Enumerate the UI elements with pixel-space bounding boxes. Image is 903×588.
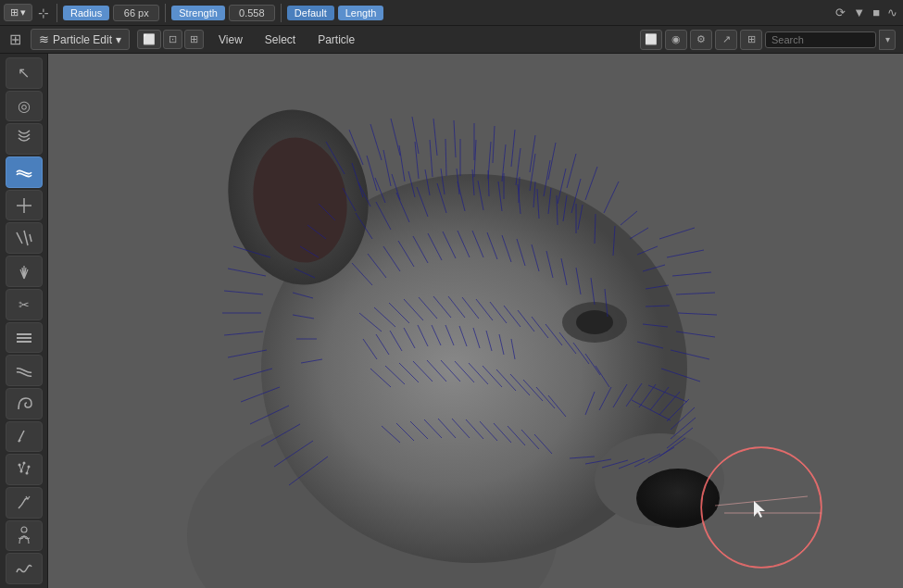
tool-add[interactable] — [6, 190, 43, 221]
grab-icon[interactable]: ⊹ — [36, 5, 51, 21]
header-bar: ⊞ ≋ Particle Edit ▾ ⬜ ⊡ ⊞ View Select Pa… — [0, 26, 903, 54]
square-icon[interactable]: ■ — [871, 5, 882, 20]
particle-menu[interactable]: Particle — [310, 31, 362, 49]
mode-icon-btn[interactable]: ⊞ ▾ — [4, 4, 32, 21]
search-input[interactable] — [765, 31, 876, 48]
default-pill[interactable]: Default — [287, 6, 334, 20]
svg-point-10 — [21, 527, 27, 532]
mode-icon-arrow: ▾ — [20, 6, 26, 19]
tool-curl[interactable] — [6, 388, 43, 419]
transform-icon-1[interactable]: ⬜ — [137, 30, 161, 49]
sep1 — [56, 4, 57, 22]
transform-icon-3[interactable]: ⊞ — [184, 30, 204, 49]
tool-puff[interactable] — [6, 256, 43, 287]
header-right: ⬜ ◉ ⚙ ↗ ⊞ ▾ — [640, 30, 896, 50]
left-sidebar: ↖ ◎ ✂ — [0, 54, 48, 588]
length-pill[interactable]: Length — [338, 6, 384, 20]
view-menu[interactable]: View — [211, 31, 250, 49]
svg-rect-4 — [17, 341, 31, 343]
tool-select[interactable]: ↖ — [6, 57, 43, 89]
tool-smooth[interactable] — [6, 156, 43, 188]
sep2 — [165, 4, 166, 22]
particle-edit-label: Particle Edit — [53, 33, 112, 46]
tool-straighten[interactable] — [6, 355, 43, 386]
tool-person[interactable] — [6, 520, 43, 552]
viewport-shading-icon1[interactable]: ⬜ — [640, 30, 662, 50]
strength-label: Strength — [179, 7, 218, 19]
strength-value[interactable]: 0.558 — [229, 5, 275, 21]
select-menu[interactable]: Select — [257, 31, 303, 49]
tool-draw[interactable] — [6, 421, 43, 453]
sep3 — [281, 4, 282, 22]
wave-icon[interactable]: ∿ — [885, 5, 899, 20]
particle-edit-icon: ≋ — [39, 32, 49, 46]
search-dropdown[interactable]: ▾ — [879, 30, 896, 50]
tool-scatter[interactable] — [6, 454, 43, 485]
transform-icons: ⬜ ⊡ ⊞ — [137, 30, 204, 49]
svg-point-19 — [636, 469, 720, 528]
refresh-icon[interactable]: ⟳ — [834, 5, 847, 20]
particle-edit-mode-btn[interactable]: ≋ Particle Edit ▾ — [31, 29, 130, 50]
editor-type-icon[interactable]: ⊞ — [7, 31, 23, 49]
radius-label: Radius — [70, 7, 102, 19]
mode-dropdown-arrow: ▾ — [116, 33, 121, 46]
dropdown-icon[interactable]: ▼ — [851, 5, 867, 20]
scene-svg — [48, 54, 903, 588]
svg-rect-3 — [17, 337, 31, 339]
tool-weight[interactable] — [6, 322, 43, 354]
top-right-icons: ⟳ ▼ ■ ∿ — [834, 5, 899, 20]
strength-pill[interactable]: Strength — [171, 6, 225, 20]
mode-icon: ⊞ — [10, 6, 19, 19]
viewport-shading-icon2[interactable]: ◉ — [665, 30, 687, 50]
top-toolbar: ⊞ ▾ ⊹ Radius 66 px Strength 0.558 Defaul… — [0, 0, 903, 26]
tool-wave[interactable] — [6, 553, 43, 584]
viewport[interactable] — [48, 54, 903, 588]
svg-rect-2 — [17, 333, 31, 335]
tool-cut[interactable]: ✂ — [6, 289, 43, 320]
gizmo-icon[interactable]: ↗ — [715, 30, 737, 50]
tool-comb[interactable] — [6, 123, 43, 155]
tool-length[interactable] — [6, 222, 43, 254]
transform-icon-2[interactable]: ⊡ — [163, 30, 182, 49]
snap-icon[interactable]: ⊞ — [740, 30, 762, 50]
main-layout: ↖ ◎ ✂ — [0, 54, 903, 588]
radius-value[interactable]: 66 px — [113, 5, 159, 21]
overlay-icon[interactable]: ⚙ — [690, 30, 712, 50]
radius-pill[interactable]: Radius — [63, 6, 109, 20]
tool-circle-select[interactable]: ◎ — [6, 91, 43, 122]
tool-slide[interactable] — [6, 487, 43, 519]
